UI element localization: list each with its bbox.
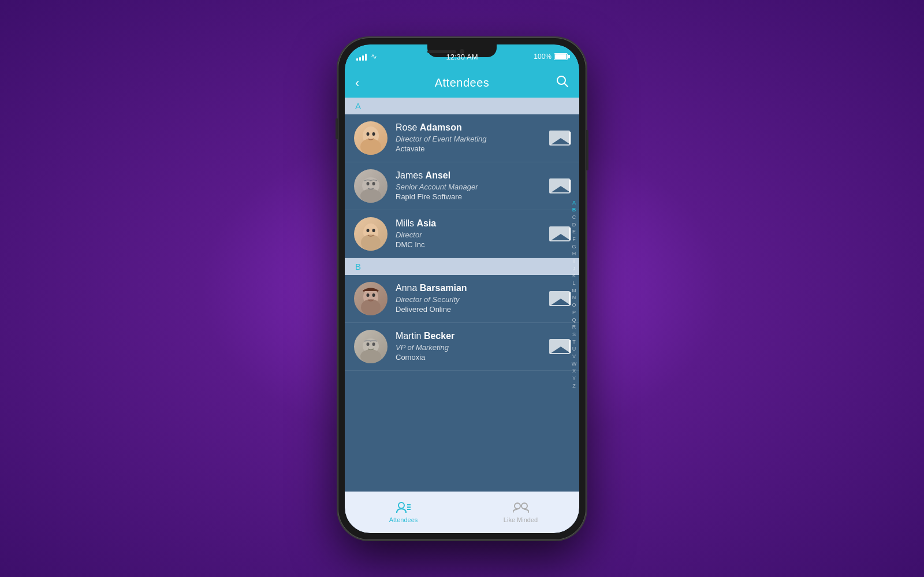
mail-icon-james[interactable] — [549, 178, 570, 193]
mail-icon-martin[interactable] — [549, 339, 570, 354]
alpha-letter-f[interactable]: F — [570, 236, 578, 243]
signal-bar-2 — [359, 57, 361, 61]
screen: ∿ 12:30 AM 100% ‹ Attendees — [345, 44, 579, 533]
svg-point-22 — [372, 343, 375, 346]
attendee-lastname-mills: Asia — [416, 218, 436, 228]
face-anna — [354, 282, 388, 315]
attendee-title-james: Senior Account Manager — [396, 183, 549, 191]
alpha-letter-r[interactable]: R — [570, 324, 578, 331]
tab-like-minded[interactable]: Like Minded — [462, 492, 579, 533]
alpha-letter-b[interactable]: B — [570, 207, 578, 214]
attendee-item-rose-adamson[interactable]: Rose Adamson Director of Event Marketing… — [345, 114, 579, 162]
section-header-b: B — [345, 258, 579, 275]
alpha-letter-k[interactable]: K — [570, 273, 578, 280]
status-bar: ∿ 12:30 AM 100% — [345, 44, 579, 69]
mail-icon-anna[interactable] — [549, 291, 570, 306]
content-area: A — [345, 98, 579, 492]
alpha-letter-i[interactable]: I — [570, 258, 578, 265]
face-mills — [354, 217, 388, 251]
signal-bar-3 — [362, 55, 364, 61]
svg-point-3 — [360, 139, 381, 155]
alpha-letter-d[interactable]: D — [570, 221, 578, 228]
alpha-letter-x[interactable]: X — [570, 368, 578, 375]
attendee-list[interactable]: A — [345, 98, 579, 492]
search-icon — [556, 75, 569, 88]
alpha-letter-w[interactable]: W — [570, 360, 578, 367]
attendee-company-martin: Comoxia — [396, 353, 549, 362]
avatar-james-ansel — [354, 169, 388, 203]
svg-point-10 — [372, 182, 375, 185]
attendee-title-rose: Director of Event Marketing — [396, 135, 549, 143]
attendee-item-anna-barsamian[interactable]: Anna Barsamian Director of Security Deli… — [345, 275, 579, 323]
attendee-title-martin: VP of Marketing — [396, 343, 549, 352]
attendee-company-mills: DMC Inc — [396, 240, 549, 249]
alpha-letter-l[interactable]: L — [570, 280, 578, 287]
signal-bars — [356, 53, 367, 61]
status-right: 100% — [534, 53, 568, 61]
mail-icon-mills[interactable] — [549, 226, 570, 241]
svg-point-8 — [360, 189, 381, 203]
battery-icon — [554, 53, 568, 60]
alpha-letter-v[interactable]: V — [570, 353, 578, 360]
alpha-letter-m[interactable]: M — [570, 287, 578, 294]
status-left: ∿ — [356, 52, 377, 61]
attendee-company-anna: Delivered Online — [396, 305, 549, 314]
search-button[interactable] — [552, 75, 569, 91]
alpha-index[interactable]: A B C D E F G H I J K L M N O P Q — [570, 199, 578, 389]
mail-icon-rose[interactable] — [549, 131, 570, 146]
attendee-item-mills-asia[interactable]: Mills Asia Director DMC Inc — [345, 210, 579, 258]
attendee-info-james: James Ansel Senior Account Manager Rapid… — [396, 170, 549, 201]
tab-label-likeminded: Like Minded — [504, 516, 538, 523]
alpha-letter-o[interactable]: O — [570, 302, 578, 309]
status-time: 12:30 AM — [446, 53, 478, 61]
alpha-letter-p[interactable]: P — [570, 309, 578, 316]
svg-line-1 — [564, 84, 568, 87]
back-button[interactable]: ‹ — [355, 76, 372, 91]
alpha-letter-y[interactable]: Y — [570, 375, 578, 382]
alpha-letter-a[interactable]: A — [570, 199, 578, 206]
svg-point-13 — [367, 229, 370, 232]
attendee-title-mills: Director — [396, 230, 549, 239]
svg-point-14 — [372, 229, 375, 232]
svg-point-28 — [521, 503, 527, 509]
alpha-letter-q[interactable]: Q — [570, 317, 578, 323]
face-martin — [354, 330, 388, 363]
svg-point-5 — [372, 132, 375, 136]
alpha-letter-s[interactable]: S — [570, 331, 578, 338]
svg-point-20 — [360, 349, 381, 363]
attendee-item-james-ansel[interactable]: James Ansel Senior Account Manager Rapid… — [345, 162, 579, 210]
alpha-letter-t[interactable]: T — [570, 338, 578, 345]
attendee-info-mills: Mills Asia Director DMC Inc — [396, 218, 549, 249]
likeminded-tab-icon — [513, 501, 529, 514]
alpha-letter-c[interactable]: C — [570, 214, 578, 221]
svg-point-4 — [367, 132, 370, 136]
attendee-lastname-anna: Barsamian — [420, 283, 467, 293]
svg-point-9 — [367, 182, 370, 185]
nav-title: Attendees — [435, 76, 490, 90]
svg-point-18 — [372, 293, 375, 297]
svg-point-12 — [361, 234, 381, 251]
phone-device: ∿ 12:30 AM 100% ‹ Attendees — [338, 38, 586, 540]
alpha-letter-j[interactable]: J — [570, 265, 578, 272]
alpha-letter-n[interactable]: N — [570, 295, 578, 301]
tab-attendees[interactable]: Attendees — [345, 492, 462, 533]
alpha-letter-h[interactable]: H — [570, 251, 578, 258]
alpha-letter-z[interactable]: Z — [570, 382, 578, 389]
wifi-icon: ∿ — [371, 52, 377, 61]
tab-bar: Attendees Like Minded — [345, 492, 579, 533]
alpha-letter-g[interactable]: G — [570, 243, 578, 250]
attendee-lastname-rose: Adamson — [420, 122, 462, 132]
svg-point-21 — [367, 343, 370, 346]
attendee-info-martin: Martin Becker VP of Marketing Comoxia — [396, 331, 549, 362]
avatar-martin-becker — [354, 330, 388, 363]
avatar-anna-barsamian — [354, 282, 388, 315]
alpha-letter-u[interactable]: U — [570, 346, 578, 353]
attendee-name-mills: Mills Asia — [396, 218, 549, 229]
attendee-item-martin-becker[interactable]: Martin Becker VP of Marketing Comoxia — [345, 323, 579, 371]
attendee-info-rose: Rose Adamson Director of Event Marketing… — [396, 122, 549, 153]
alpha-letter-e[interactable]: E — [570, 229, 578, 236]
attendee-title-anna: Director of Security — [396, 295, 549, 304]
battery-fill — [555, 54, 567, 59]
attendee-lastname-james: Ansel — [426, 170, 451, 180]
attendee-company-james: Rapid Fire Software — [396, 192, 549, 201]
